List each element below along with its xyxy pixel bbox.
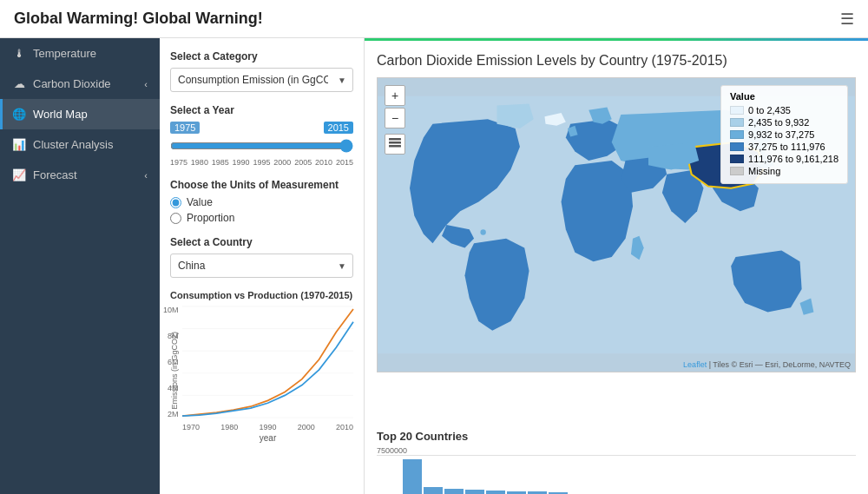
zoom-in-button[interactable]: + [385,85,405,106]
legend-color-1 [730,118,744,127]
chart-icon: 📊 [12,138,26,151]
country-select[interactable]: China United States India Russia Germany [170,254,353,278]
map-controls: + − [385,85,405,155]
leaflet-link[interactable]: Leaflet [683,360,707,369]
control-panel: Select a Category Consumption Emission (… [160,38,365,494]
legend-label-5: Missing [748,166,780,176]
layers-button[interactable] [385,134,405,155]
legend-item-4: 111,976 to 9,161,218 [730,154,838,164]
legend-color-5 [730,167,744,175]
layers-icon [389,138,401,150]
menu-icon[interactable]: ☰ [840,10,854,29]
year-labels: 1975 2015 [170,122,353,134]
radio-proportion[interactable]: Proportion [170,212,353,224]
legend-title: Value [730,91,838,102]
measurement-label: Choose the Units of Measurement [170,179,353,191]
legend-label-4: 111,976 to 9,161,218 [748,154,838,164]
radio-proportion-input[interactable] [170,213,181,224]
sidebar-item-label: World Map [33,108,88,121]
bar-4 [465,490,484,494]
bottom-section: Top 20 Countries 7500000 [365,423,868,494]
grid-line [377,455,856,456]
measurement-radio-group: Value Proportion [170,196,353,224]
sidebar-item-carbon-dioxide[interactable]: ☁ Carbon Dioxide ‹ [0,69,160,99]
caribbean [480,229,485,234]
app-header: Global Warming! Global Warning! ☰ [0,0,868,38]
legend-item-2: 9,932 to 37,275 [730,129,838,140]
country-select-wrapper: China United States India Russia Germany… [170,254,353,278]
legend-label-2: 9,932 to 37,275 [748,129,814,140]
bar-2 [424,487,443,494]
country-label: Select a Country [170,236,353,248]
radio-proportion-label: Proportion [187,212,234,224]
globe-icon: 🌐 [12,108,26,121]
bar-china [403,459,422,494]
year-slider[interactable] [170,139,353,153]
map-title: Carbon Dioxide Emission Levels by Countr… [377,53,856,69]
year-start-label: 1975 [170,122,200,134]
legend-color-4 [730,155,744,163]
legend-color-0 [730,106,744,115]
legend-color-3 [730,142,744,151]
legend-item-3: 37,275 to 111,976 [730,142,838,152]
legend-label-0: 0 to 2,435 [748,105,791,115]
legend-item-1: 2,435 to 9,932 [730,117,838,128]
legend-label-1: 2,435 to 9,932 [748,117,809,128]
sidebar-item-label: Forecast [33,168,77,181]
right-panel: Carbon Dioxide Emission Levels by Countr… [365,38,868,494]
sidebar-item-cluster-analysis[interactable]: 📊 Cluster Analysis [0,129,160,160]
sidebar: 🌡 Temperature ☁ Carbon Dioxide ‹ 🌐 World… [0,38,160,494]
category-select-wrapper: Consumption Emission (in GgCO2) Producti… [170,68,353,92]
year-end-label: 2015 [324,122,353,134]
legend-label-3: 37,275 to 111,976 [748,142,825,152]
map-area: + − [377,77,856,372]
legend-item-5: Missing [730,166,838,176]
bar-chart: 7500000 [377,446,856,494]
bar-y-tick: 7500000 [377,446,407,455]
year-ticks: 1975 1980 1985 1990 1995 2000 2005 2010 … [170,158,353,167]
sidebar-item-forecast[interactable]: 📈 Forecast ‹ [0,160,160,190]
radio-value-input[interactable] [170,197,181,208]
year-label: Select a Year [170,104,353,116]
sidebar-item-world-map[interactable]: 🌐 World Map [0,99,160,129]
legend-item-0: 0 to 2,435 [730,105,838,115]
sidebar-item-label: Carbon Dioxide [33,77,111,90]
mini-chart-title: Consumption vs Production (1970-2015) [170,290,353,300]
svg-rect-6 [389,138,401,141]
map-panel: Carbon Dioxide Emission Levels by Countr… [365,41,868,423]
sidebar-item-temperature[interactable]: 🌡 Temperature [0,38,160,69]
cloud-icon: ☁ [12,77,26,90]
bottom-chart-title: Top 20 Countries [377,430,856,443]
chevron-icon: ‹ [144,79,148,89]
category-select[interactable]: Consumption Emission (in GgCO2) Producti… [170,68,353,92]
bar-5 [486,491,505,494]
svg-rect-8 [389,145,401,148]
chevron-icon: ‹ [144,170,148,181]
chart-x-label: year [182,433,353,443]
category-label: Select a Category [170,50,353,63]
sidebar-item-label: Temperature [33,47,96,60]
main-layout: 🌡 Temperature ☁ Carbon Dioxide ‹ 🌐 World… [0,38,868,494]
radio-value-label: Value [187,196,213,208]
temperature-icon: 🌡 [12,47,26,60]
mini-chart-container: Consumption vs Production (1970-2015) Em… [170,290,353,443]
forecast-icon: 📈 [12,168,26,181]
mini-chart-svg [182,306,353,418]
bar-3 [444,489,464,494]
year-slider-container: 1975 2015 1975 1980 1985 1990 1995 2000 … [170,122,353,167]
svg-rect-7 [389,142,401,144]
radio-value[interactable]: Value [170,196,353,208]
map-attribution: Leaflet | Tiles © Esri — Esri, DeLorme, … [683,360,851,369]
map-legend: Value 0 to 2,435 2,435 to 9,932 9,932 to… [720,85,848,184]
zoom-out-button[interactable]: − [385,108,405,128]
legend-color-2 [730,130,744,139]
sidebar-item-label: Cluster Analysis [33,138,113,151]
app-title: Global Warming! Global Warning! [14,10,840,28]
